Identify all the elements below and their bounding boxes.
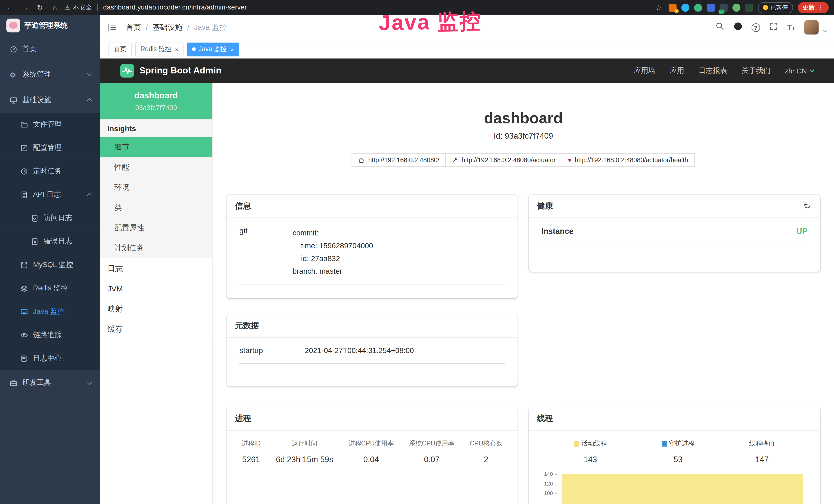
actuator-url-link[interactable]: http://192.168.0.2:48080/actuator [445, 153, 562, 167]
extension-icon-leaf[interactable] [732, 3, 740, 11]
caret-down-icon [809, 67, 814, 72]
paused-badge[interactable]: 已暂停 [758, 2, 793, 13]
extension-icon-drop[interactable] [681, 3, 689, 11]
sba-menu-caches[interactable]: 缓存 [100, 319, 212, 339]
sidebar-item-api-log[interactable]: API 日志 [0, 183, 100, 206]
home-icon [358, 157, 365, 164]
process-col: 运行时间 6d 23h 15m 59s [276, 439, 333, 463]
document-icon [20, 190, 28, 199]
sidebar-item-home[interactable]: 首页 [0, 36, 100, 62]
tags-view: 首页 Redis 监控 × Java 监控 × [100, 40, 834, 58]
git-info: commit: time: 1596289704000 id: 27aa832 … [292, 226, 373, 278]
sidebar-item-error-log[interactable]: 错误日志 [0, 230, 100, 253]
help-icon[interactable]: ? [751, 23, 760, 31]
font-size-icon[interactable]: TT [787, 23, 795, 32]
locale-select[interactable]: zh~CN [785, 67, 814, 75]
active-dot [192, 47, 196, 51]
sidebar-item-system[interactable]: ⚙ 系统管理 [0, 62, 100, 87]
tab-home[interactable]: 首页 [108, 42, 132, 56]
sidebar-item-infra[interactable]: 基础设施 [0, 87, 100, 113]
address-url[interactable]: dashboard.yudao.iocoder.cn/infra/admin-s… [103, 4, 247, 11]
health-url-link[interactable]: ♥ http://192.168.0.2:48080/actuator/heal… [562, 153, 695, 167]
info-card-title: 信息 [235, 201, 251, 211]
sba-menu-environment[interactable]: 环境 [100, 178, 212, 198]
refresh-icon[interactable]: ↻ [35, 3, 45, 11]
database-icon [20, 261, 28, 269]
update-button[interactable]: 更新 ⋮ [797, 2, 829, 13]
sidebar-item-tracing[interactable]: 链路追踪 [0, 323, 100, 347]
avatar-caret-icon[interactable] [823, 28, 827, 32]
sba-nav-wallboard[interactable]: 应用墙 [634, 66, 656, 75]
close-icon[interactable]: × [231, 46, 234, 52]
forward-icon[interactable]: → [20, 3, 30, 11]
sba-nav-journal[interactable]: 日志报表 [699, 66, 727, 75]
browser-home-icon[interactable]: ⌂ [50, 3, 60, 11]
sidebar-item-mysql-monitor[interactable]: MySQL 监控 [0, 253, 100, 276]
instance-id: 93a3fc7f7409 [105, 104, 207, 112]
hamburger-icon[interactable] [107, 23, 116, 32]
threads-chart: 140 120 100 [541, 471, 807, 504]
sba-menu-logs[interactable]: 日志 [100, 258, 212, 279]
sba-nav-applications[interactable]: 应用 [670, 66, 684, 75]
sba-menu-classes[interactable]: 类 [100, 198, 212, 218]
layers-icon [20, 284, 28, 292]
sba-brand[interactable]: Spring Boot Admin [120, 64, 221, 77]
smiley-icon [762, 5, 768, 10]
back-icon[interactable]: ← [5, 3, 15, 11]
search-icon[interactable] [715, 22, 724, 33]
sidebar-item-config-manage[interactable]: 配置管理 [0, 136, 100, 159]
sidebar-item-java-monitor[interactable]: Java 监控 [0, 300, 100, 323]
extension-icon-grid[interactable] [707, 3, 715, 11]
monitor-icon [9, 96, 18, 104]
health-instance-label[interactable]: Instance [541, 226, 574, 235]
breadcrumb-infra[interactable]: 基础设施 [153, 23, 182, 32]
service-url-link[interactable]: http://192.168.0.2:48080/ [352, 153, 446, 167]
user-avatar[interactable] [804, 20, 818, 35]
process-card-title: 进程 [235, 414, 251, 423]
sidebar-item-redis-monitor[interactable]: Redis 监控 [0, 276, 100, 300]
breadcrumb-home[interactable]: 首页 [126, 23, 141, 32]
tab-redis-monitor[interactable]: Redis 监控 × [135, 42, 184, 56]
site-security-chip[interactable]: ⚠ 不安全 [65, 3, 92, 12]
sba-menu-scheduled-tasks[interactable]: 计划任务 [100, 238, 212, 258]
instance-name: dashboard [105, 91, 207, 100]
tab-java-monitor[interactable]: Java 监控 × [187, 42, 239, 56]
sba-menu-performance[interactable]: 性能 [100, 157, 212, 178]
github-icon[interactable] [733, 22, 742, 33]
chevron-down-icon [87, 380, 92, 385]
wrench-icon [452, 157, 459, 164]
chevron-down-icon [87, 71, 92, 76]
extension-icon-vue[interactable] [694, 3, 702, 11]
extension-icon-orange[interactable]: 1 [668, 3, 676, 11]
sba-menu-jvm[interactable]: JVM [100, 279, 212, 299]
log-center-icon [20, 354, 28, 362]
sba-menu-config-props[interactable]: 配置属性 [100, 218, 212, 238]
sidebar-item-dev-tools[interactable]: 研发工具 [0, 370, 100, 395]
threads-card: 线程 活动线程 143 守护进程 [528, 407, 820, 504]
app-logo[interactable]: 芋道管理系统 [0, 15, 100, 36]
sidebar-item-scheduled-jobs[interactable]: 定时任务 [0, 159, 100, 183]
kebab-menu-icon[interactable]: ⋮ [818, 4, 824, 11]
insights-group-label: Insights [100, 119, 212, 137]
close-icon[interactable]: × [175, 46, 178, 52]
sba-nav-about[interactable]: 关于我们 [742, 66, 770, 75]
bookmark-star-icon[interactable]: ☆ [654, 3, 663, 11]
startup-value: 2021-04-27T00:44:31.254+08:00 [305, 346, 414, 354]
security-label: 不安全 [73, 3, 92, 12]
sba-menu-details[interactable]: 细节 [100, 137, 212, 157]
screen: Java 监控 ← → ↻ ⌂ ⚠ 不安全 dashboard.yudao.io… [0, 0, 834, 504]
history-icon[interactable] [803, 201, 812, 211]
sidebar-item-file-manage[interactable]: 文件管理 [0, 113, 100, 136]
breadcrumb: 首页 / 基础设施 / Java 监控 [126, 23, 227, 32]
sidebar-item-access-log[interactable]: 访问日志 [0, 206, 100, 230]
sidebar-item-log-center[interactable]: 日志中心 [0, 347, 100, 370]
extension-icon-pine[interactable] [745, 3, 753, 11]
sba-menu-mappings[interactable]: 映射 [100, 299, 212, 319]
yellow-swatch [574, 441, 579, 446]
extension-icon-switch[interactable]: on [720, 3, 727, 11]
fullscreen-icon[interactable] [769, 22, 778, 33]
extension-badge: 1 [674, 9, 678, 13]
update-label: 更新 [803, 3, 815, 11]
instance-header[interactable]: dashboard 93a3fc7f7409 [100, 83, 212, 119]
admin-sidebar: 芋道管理系统 首页 ⚙ 系统管理 基础设施 文件管理 配 [0, 15, 100, 504]
